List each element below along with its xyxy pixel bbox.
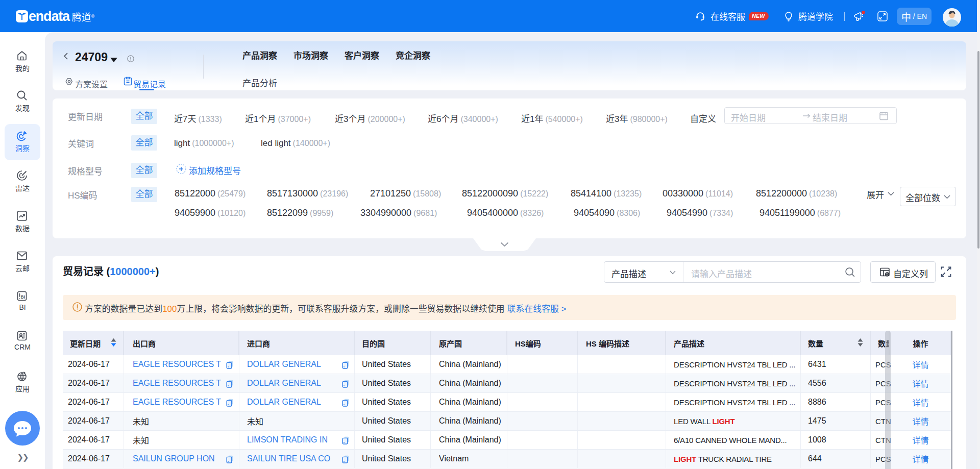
- svg-text:BI: BI: [21, 294, 26, 300]
